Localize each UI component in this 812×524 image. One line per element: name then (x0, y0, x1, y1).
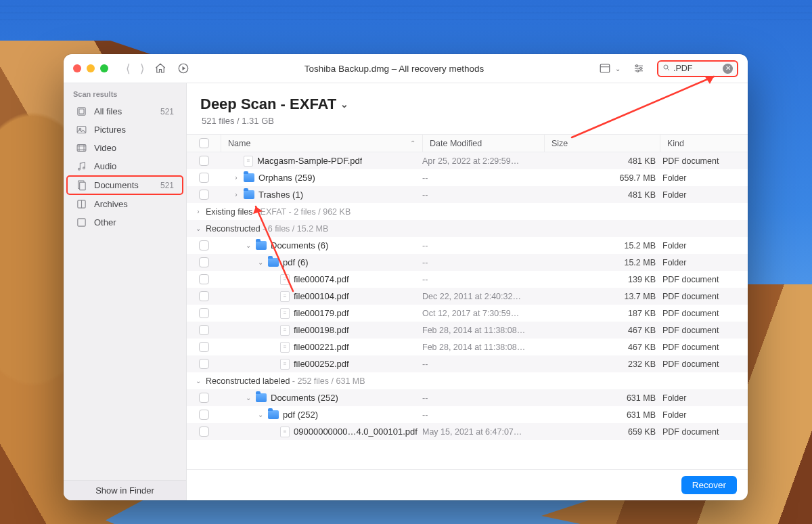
disclosure-icon[interactable]: ⌄ (257, 259, 264, 266)
settings-icon[interactable] (631, 62, 646, 74)
sidebar-heading: Scan results (64, 83, 186, 102)
table-row[interactable]: ≡file000198.pdfFeb 28, 2014 at 11:38:08…… (187, 322, 748, 339)
disclosure-icon[interactable]: ⌄ (195, 225, 202, 232)
row-name: file000221.pdf (294, 342, 349, 352)
table-row[interactable]: ›Orphans (259)--659.7 MBFolder (187, 169, 748, 186)
sidebar-item-label: Archives (94, 199, 128, 209)
folder-icon (244, 190, 254, 199)
disclosure-icon[interactable]: ⌄ (245, 242, 252, 249)
recover-button[interactable]: Recover (681, 476, 737, 494)
svg-point-4 (637, 70, 639, 72)
table-row[interactable]: ≡Macgasm-Sample-PDF.pdfApr 25, 2022 at 2… (187, 152, 748, 169)
row-name: pdf (6) (283, 257, 309, 267)
sidebar-item-archives[interactable]: Archives (66, 195, 183, 213)
column-header-size[interactable]: Size (544, 135, 660, 152)
window-title: Toshiba Backup.dmg – All recovery method… (199, 64, 589, 74)
row-name: Documents (6) (271, 240, 328, 250)
table-row[interactable]: ⌄Documents (252)--631 MBFolder (187, 389, 748, 406)
row-checkbox[interactable] (199, 257, 209, 267)
group-row[interactable]: ›Existing files - EXFAT - 2 files / 962 … (187, 203, 748, 220)
table-row[interactable]: ⌄Documents (6)--15.2 MBFolder (187, 237, 748, 254)
sidebar-item-other[interactable]: Other (66, 213, 183, 232)
sidebar-item-all-files[interactable]: All files 521 (66, 102, 183, 121)
row-size: 659.7 MB (599, 173, 660, 183)
row-checkbox[interactable] (199, 156, 209, 166)
row-date: May 15, 2021 at 6:47:07… (422, 427, 544, 437)
viewmode-icon[interactable] (597, 62, 612, 74)
row-size: 467 KB (599, 343, 660, 352)
row-date: -- (422, 275, 544, 284)
row-kind: PDF document (660, 292, 748, 301)
chevron-down-icon[interactable]: ⌄ (615, 65, 621, 72)
column-header-kind[interactable]: Kind (660, 135, 748, 152)
row-date: -- (422, 393, 544, 403)
row-date: Oct 12, 2017 at 7:30:59… (422, 309, 544, 318)
row-checkbox[interactable] (199, 342, 209, 352)
row-name: file000198.pdf (294, 325, 349, 335)
column-header-date[interactable]: Date Modified (422, 135, 544, 152)
rescan-icon[interactable] (176, 62, 191, 74)
column-header-name[interactable]: Name ⌃ (221, 135, 422, 152)
search-box[interactable]: ✕ (657, 60, 738, 77)
group-row[interactable]: ⌄Reconstructed labeled - 252 files / 631… (187, 372, 748, 389)
row-checkbox[interactable] (199, 240, 209, 250)
show-in-finder-button[interactable]: Show in Finder (64, 480, 186, 500)
table-row[interactable]: ≡file000074.pdf--139 KBPDF document (187, 271, 748, 288)
row-kind: PDF document (660, 156, 748, 166)
nav-back-button[interactable]: ⟨ (126, 62, 131, 76)
row-name: Orphans (259) (258, 173, 315, 183)
close-window-button[interactable] (73, 64, 81, 72)
row-checkbox[interactable] (199, 291, 209, 301)
row-checkbox[interactable] (199, 410, 209, 420)
traffic-lights[interactable] (73, 64, 108, 72)
row-checkbox[interactable] (199, 359, 209, 369)
document-icon: ≡ (280, 427, 290, 437)
sidebar-item-audio[interactable]: Audio (66, 157, 183, 175)
content-subtitle: 521 files / 1.31 GB (200, 116, 734, 126)
disclosure-icon[interactable]: › (195, 208, 202, 215)
disclosure-icon[interactable]: › (233, 174, 240, 181)
row-checkbox[interactable] (199, 393, 209, 403)
row-kind: Folder (660, 258, 748, 267)
sidebar-item-video[interactable]: Video (66, 139, 183, 157)
clear-search-icon[interactable]: ✕ (723, 64, 733, 74)
row-date: Feb 28, 2014 at 11:38:08… (422, 343, 544, 352)
row-checkbox[interactable] (199, 308, 209, 318)
document-icon: ≡ (280, 308, 290, 319)
sidebar-item-documents[interactable]: Documents 521 (66, 175, 183, 195)
table-row[interactable]: ≡file000252.pdf--232 KBPDF document (187, 355, 748, 372)
table-row[interactable]: ≡file000104.pdfDec 22, 2011 at 2:40:32…1… (187, 288, 748, 305)
sidebar-item-label: Pictures (94, 125, 126, 135)
table-row[interactable]: ≡file000179.pdfOct 12, 2017 at 7:30:59…1… (187, 305, 748, 322)
folder-icon (268, 410, 279, 419)
disclosure-icon[interactable]: ⌄ (245, 394, 252, 401)
table-row[interactable]: ⌄pdf (252)--631 MBFolder (187, 406, 748, 423)
row-name: pdf (252) (283, 410, 318, 420)
search-input[interactable] (673, 64, 714, 73)
row-name: file000252.pdf (294, 359, 349, 369)
table-row[interactable]: ⌄pdf (6)--15.2 MBFolder (187, 254, 748, 271)
sidebar-item-pictures[interactable]: Pictures (66, 121, 183, 139)
row-checkbox[interactable] (199, 274, 209, 284)
maximize-window-button[interactable] (100, 64, 108, 72)
disclosure-icon[interactable]: ⌄ (257, 411, 264, 418)
table-row[interactable]: ≡file000221.pdfFeb 28, 2014 at 11:38:08…… (187, 339, 748, 355)
disclosure-icon[interactable]: › (233, 191, 240, 198)
row-checkbox[interactable] (199, 173, 209, 183)
search-icon (662, 64, 671, 74)
home-icon[interactable] (153, 62, 168, 74)
row-checkbox[interactable] (199, 190, 209, 200)
row-checkbox[interactable] (199, 427, 209, 437)
table-row[interactable]: ≡09000000000…4.0_000101.pdfMay 15, 2021 … (187, 423, 748, 440)
disclosure-icon[interactable]: ⌄ (195, 377, 202, 385)
select-all-checkbox[interactable] (199, 138, 209, 148)
minimize-window-button[interactable] (87, 64, 95, 72)
table-row[interactable]: ›Trashes (1)--481 KBFolder (187, 186, 748, 203)
row-size: 15.2 MB (599, 258, 660, 267)
row-checkbox[interactable] (199, 325, 209, 335)
row-date: -- (422, 241, 544, 250)
row-kind: PDF document (660, 275, 748, 284)
content-title[interactable]: Deep Scan - EXFAT ⌄ (200, 95, 734, 113)
nav-forward-button[interactable]: ⟩ (140, 62, 145, 76)
group-row[interactable]: ⌄Reconstructed - 6 files / 15.2 MB (187, 220, 748, 237)
